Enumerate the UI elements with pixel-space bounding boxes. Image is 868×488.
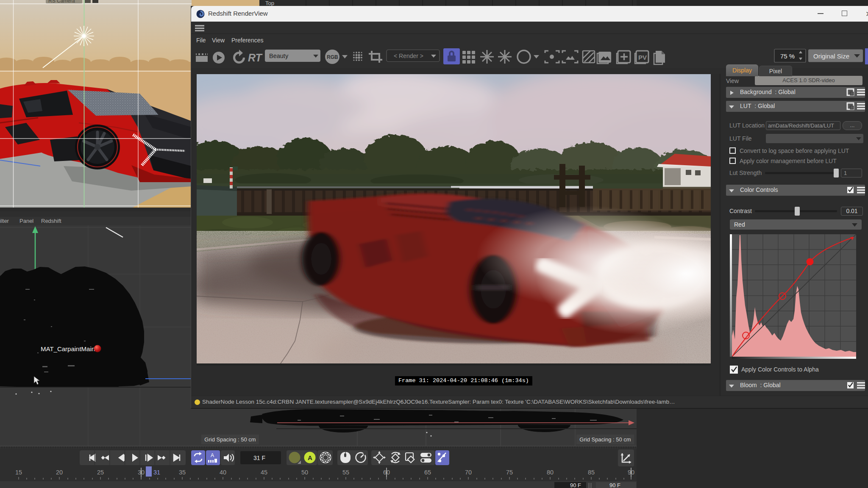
svg-text:40: 40	[220, 469, 226, 476]
svg-text:RS Camera: RS Camera	[48, 0, 75, 4]
svg-text:20: 20	[56, 469, 63, 476]
svg-text:25: 25	[97, 469, 104, 476]
svg-text:75: 75	[506, 469, 513, 476]
svg-text:85: 85	[588, 469, 595, 476]
svg-text:RT: RT	[248, 52, 263, 64]
svg-text:35: 35	[179, 469, 186, 476]
svg-text:MAT_CarpaintMain: MAT_CarpaintMain	[41, 345, 95, 352]
svg-text:90 F: 90 F	[609, 482, 620, 488]
svg-text:80: 80	[547, 469, 554, 476]
svg-text:15: 15	[15, 469, 22, 476]
svg-text:75 %: 75 %	[780, 53, 795, 60]
svg-text:45: 45	[261, 469, 267, 476]
svg-text:50: 50	[301, 469, 308, 476]
svg-text:65: 65	[424, 469, 431, 476]
svg-text:90 F: 90 F	[570, 482, 581, 488]
svg-text:PV: PV	[638, 54, 647, 61]
svg-text:31: 31	[153, 469, 160, 476]
svg-text:A: A	[211, 452, 214, 458]
svg-text:Beauty: Beauty	[269, 53, 289, 59]
svg-text:< Render >: < Render >	[394, 53, 423, 59]
svg-text:31 F: 31 F	[253, 455, 265, 461]
svg-text:A: A	[308, 454, 312, 461]
svg-text:70: 70	[465, 469, 472, 476]
svg-text:55: 55	[342, 469, 349, 476]
svg-text:RGB: RGB	[327, 54, 338, 60]
svg-text:Original Size: Original Size	[813, 53, 849, 60]
